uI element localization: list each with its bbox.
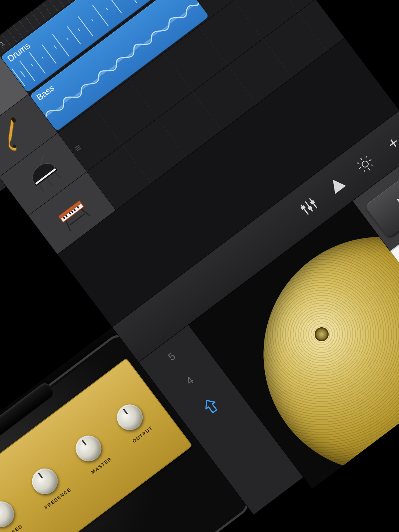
mixer-button[interactable]: [296, 193, 322, 220]
amp-knob-speed[interactable]: SPEED: [0, 496, 26, 532]
amp-knob-presence[interactable]: PRESENCE: [24, 461, 72, 510]
share-icon: [198, 393, 225, 420]
svg-line-20: [54, 171, 61, 179]
knob-icon: [70, 430, 106, 466]
ruler-bar-1: 1: [0, 39, 6, 48]
add-button[interactable]: +: [380, 130, 399, 156]
ruler-mark: 5: [166, 349, 180, 363]
share-button[interactable]: [198, 393, 226, 421]
knob-icon: [27, 463, 63, 499]
metronome-icon: [324, 172, 350, 198]
rewind-icon: [392, 189, 399, 213]
svg-line-19: [38, 183, 45, 192]
amp-knob-master[interactable]: MASTER: [70, 430, 113, 475]
plus-icon: +: [383, 132, 399, 154]
amp-knob-output[interactable]: OUTPUT: [111, 399, 154, 444]
svg-line-21: [47, 178, 52, 185]
ruler-mark: 4: [184, 372, 198, 387]
mixer-icon: [296, 194, 322, 219]
settings-button[interactable]: [352, 151, 378, 178]
svg-point-33: [361, 160, 369, 168]
svg-point-8: [0, 93, 2, 115]
knob-icon: [111, 399, 147, 435]
gear-icon: [352, 151, 378, 177]
metronome-button[interactable]: [324, 172, 351, 199]
